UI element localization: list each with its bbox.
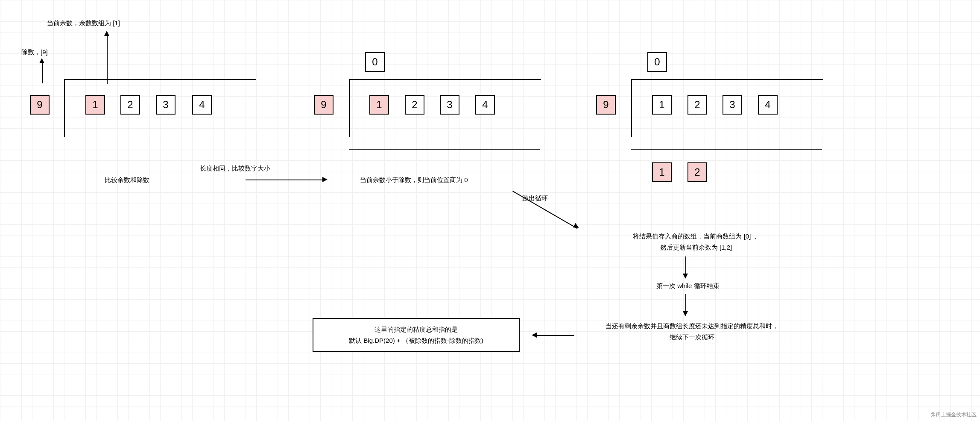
- g3-underline: [631, 149, 822, 150]
- arrow-left-head: [532, 333, 537, 338]
- g2-digit-4: 4: [475, 95, 495, 115]
- remainder-arrow-line: [107, 32, 108, 84]
- divisor-label: 除数，[9]: [21, 48, 48, 56]
- g3-divisor-cell: 9: [596, 95, 616, 115]
- g1-arrow-text: 长度相同，比较数字大小: [200, 165, 270, 173]
- g1-digit-2: 2: [120, 95, 140, 115]
- break-text: 跳出循环: [522, 194, 548, 203]
- divisor-arrow-head: [39, 58, 44, 63]
- g1-digit-3: 3: [156, 95, 176, 115]
- g1-divisor-cell: 9: [30, 95, 50, 115]
- g2-quotient-cell: 0: [365, 52, 385, 72]
- g2-digit-2: 2: [405, 95, 424, 115]
- g3-remainder-1: 1: [652, 162, 672, 182]
- remainder-label: 当前余数，余数数组为 [1]: [47, 19, 120, 27]
- arrow-down-1-line: [685, 256, 686, 274]
- g3-div-hline: [631, 79, 823, 80]
- g2-divisor-cell: 9: [314, 95, 333, 115]
- g3-quotient-cell: 0: [647, 52, 667, 72]
- remainder-arrow-head: [104, 31, 109, 36]
- while-end-text: 第一次 while 循环结束: [656, 282, 720, 290]
- g2-underline: [349, 149, 540, 150]
- g2-digit-3: 3: [440, 95, 459, 115]
- g2-text: 当前余数小于除数，则当前位置商为 0: [360, 176, 468, 184]
- watermark-text: @稀土掘金技术社区: [930, 411, 977, 418]
- g2-div-hline: [349, 79, 541, 80]
- g3-div-vline: [631, 79, 632, 137]
- g1-div-vline: [64, 79, 65, 137]
- g1-div-hline: [64, 79, 256, 80]
- g1-arrow-head: [322, 177, 328, 182]
- arrow-down-1-head: [683, 274, 688, 279]
- g3-digit-1: 1: [652, 95, 672, 115]
- arrow-down-2-line: [685, 294, 686, 312]
- g3-digit-3: 3: [723, 95, 742, 115]
- g3-digit-4: 4: [758, 95, 778, 115]
- diag-arrow-head: [573, 223, 580, 230]
- g3-remainder-2: 2: [687, 162, 707, 182]
- g2-digit-1: 1: [369, 95, 389, 115]
- g3-digit-2: 2: [687, 95, 707, 115]
- arrow-down-2-head: [683, 311, 688, 316]
- g1-digit-1: 1: [85, 95, 105, 115]
- g1-digit-4: 4: [192, 95, 212, 115]
- divisor-arrow-line: [42, 60, 43, 83]
- g2-div-vline: [349, 79, 350, 137]
- precision-box: 这里的指定的精度总和指的是 默认 Big.DP(20) + （被除数的指数-除数…: [313, 318, 520, 352]
- g1-arrow-line: [246, 180, 322, 180]
- precision-text: 当还有剩余余数并且商数组长度还未达到指定的精度总和时， 继续下一次循环: [588, 321, 796, 342]
- arrow-left-line: [536, 335, 574, 336]
- g1-compare-text: 比较余数和除数: [105, 176, 149, 184]
- step3-result-text: 将结果值存入商的数组，当前商数组为 [0] ， 然后更新当前余数为 [1,2]: [606, 231, 786, 253]
